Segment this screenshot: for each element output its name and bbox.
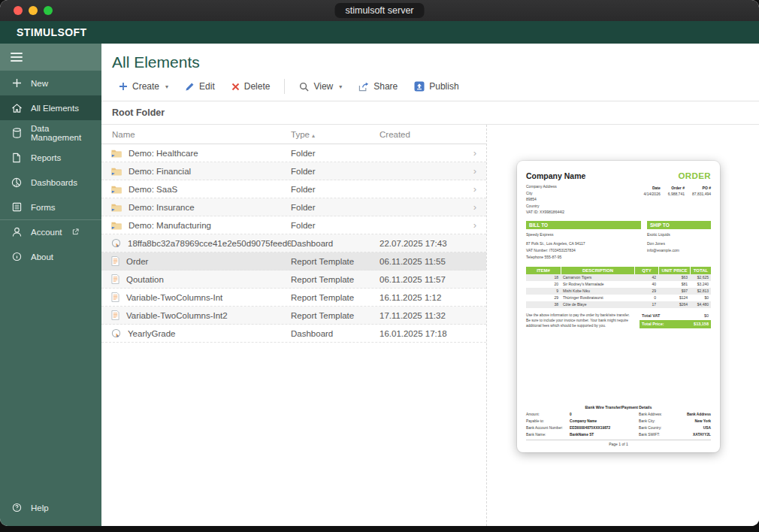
sidebar: New All Elements Data Management Reports bbox=[0, 44, 101, 526]
invoice-company-address: Company Address City 89854 Country VAT I… bbox=[526, 183, 564, 216]
table-row-selected[interactable]: Order Report Template 06.11.2025 11:55 bbox=[101, 252, 486, 271]
table-row[interactable]: 18ffa8bc32a78969cce41e2e50d9075feed6dd98… bbox=[101, 234, 486, 252]
chevron-right-icon: › bbox=[464, 183, 486, 195]
chevron-down-icon: ▾ bbox=[165, 83, 168, 90]
app-window: stimulsoft server STIMULSOFT New All Ele… bbox=[0, 0, 759, 526]
table-row[interactable]: Demo: SaaS Folder › bbox=[101, 180, 486, 198]
sidebar-toggle-strip bbox=[0, 44, 101, 71]
invoice-doc-type: ORDER bbox=[678, 171, 711, 180]
breadcrumb: Root Folder bbox=[101, 101, 759, 125]
magnifier-icon bbox=[299, 82, 309, 92]
person-icon bbox=[11, 226, 23, 238]
preview-pane: Company Name ORDER Company Address City … bbox=[487, 125, 759, 526]
invoice-item-row: 29Thüringer Rostbratwurst 0$124$0 bbox=[526, 295, 711, 301]
invoice-item-row: 20Sir Rodney's Marmalade 40$81$3,240 bbox=[526, 281, 711, 288]
table-row[interactable]: Variable-TwoColumns-Int Report Template … bbox=[101, 289, 486, 307]
bank-details-title: Bank Wire Transfer/Payment Details bbox=[526, 405, 711, 410]
invoice-totals: Total VAT$0 Total Price:$13,158 bbox=[640, 313, 711, 329]
plus-icon bbox=[119, 82, 128, 91]
report-file-icon bbox=[111, 256, 119, 266]
publish-button[interactable]: Publish bbox=[407, 79, 465, 94]
bank-details: Amount:0 Bank Address:Bank Address Payab… bbox=[526, 411, 711, 440]
toolbar-separator bbox=[284, 79, 285, 94]
traffic-lights bbox=[14, 6, 53, 15]
table-row[interactable]: Demo: Insurance Folder › bbox=[101, 198, 486, 216]
report-file-icon bbox=[111, 310, 119, 320]
form-icon bbox=[11, 201, 23, 213]
invoice-item-row: 38Côte de Blaye 17$264$4,480 bbox=[526, 301, 711, 308]
invoice-company-name: Company Name bbox=[526, 171, 585, 180]
external-link-icon bbox=[72, 228, 79, 237]
sidebar-item-forms[interactable]: Forms bbox=[0, 195, 101, 219]
sidebar-item-label: New bbox=[31, 79, 48, 88]
share-button[interactable]: Share bbox=[352, 79, 404, 94]
zoom-window-button[interactable] bbox=[44, 6, 53, 15]
ship-to-header: SHIP TO bbox=[647, 221, 711, 229]
sidebar-item-all-elements[interactable]: All Elements bbox=[0, 95, 101, 120]
elements-table: Name Type▴ Created Demo: Healthcare Fold… bbox=[101, 125, 487, 526]
sidebar-item-new[interactable]: New bbox=[0, 71, 101, 95]
sidebar-item-label: Forms bbox=[31, 203, 56, 212]
column-header-name[interactable]: Name bbox=[101, 130, 291, 139]
sidebar-item-account[interactable]: Account bbox=[0, 219, 101, 244]
close-window-button[interactable] bbox=[14, 6, 23, 15]
chevron-right-icon: › bbox=[464, 219, 486, 231]
report-file-icon bbox=[111, 292, 119, 302]
bill-to-header: BILL TO bbox=[526, 221, 641, 229]
share-icon bbox=[358, 82, 369, 92]
sidebar-item-label: Help bbox=[31, 503, 49, 512]
pencil-icon bbox=[185, 82, 195, 92]
dashboard-icon bbox=[11, 177, 23, 189]
chevron-right-icon: › bbox=[464, 165, 486, 177]
column-header-type[interactable]: Type▴ bbox=[291, 130, 380, 139]
folder-icon bbox=[111, 149, 122, 158]
info-icon bbox=[11, 251, 23, 263]
minimize-window-button[interactable] bbox=[29, 6, 38, 15]
home-icon bbox=[11, 102, 23, 114]
titlebar: stimulsoft server bbox=[0, 0, 759, 21]
sidebar-item-label: Reports bbox=[31, 153, 61, 162]
edit-button[interactable]: Edit bbox=[178, 79, 222, 94]
table-header: Name Type▴ Created bbox=[101, 125, 486, 144]
page-title: All Elements bbox=[101, 44, 759, 76]
sidebar-item-data-management[interactable]: Data Management bbox=[0, 120, 101, 145]
invoice-item-row: 18Carnarvon Tigers 42$63$2,625 bbox=[526, 274, 711, 281]
invoice-meta: Date4/14/2026 Order #6,988,741 PO #87,83… bbox=[643, 186, 711, 216]
view-button[interactable]: View▾ bbox=[292, 79, 349, 94]
invoice-items-table: ITEM# DESCRIPTION QTY UNIT PRICE TOTAL 1… bbox=[526, 267, 711, 308]
sort-asc-icon: ▴ bbox=[312, 132, 315, 139]
bill-to-details: Speedy Express 87 Polk St., Los Angeles,… bbox=[526, 231, 641, 261]
table-row[interactable]: Demo: Manufacturing Folder › bbox=[101, 216, 486, 234]
sidebar-item-help[interactable]: Help bbox=[0, 495, 101, 520]
table-row[interactable]: Demo: Healthcare Folder › bbox=[101, 144, 486, 162]
sidebar-item-dashboards[interactable]: Dashboards bbox=[0, 170, 101, 195]
window-title: stimulsoft server bbox=[335, 3, 425, 18]
sidebar-item-label: About bbox=[31, 252, 53, 261]
table-row[interactable]: Variable-TwoColumns-Int2 Report Template… bbox=[101, 307, 486, 325]
create-button[interactable]: Create▾ bbox=[112, 79, 175, 94]
folder-icon bbox=[111, 185, 122, 194]
table-row[interactable]: YearlyGrade Dashboard 16.01.2025 17:18 bbox=[101, 325, 486, 343]
column-header-created[interactable]: Created bbox=[380, 130, 464, 139]
invoice-page-number: Page 1 of 1 bbox=[526, 440, 711, 446]
question-icon bbox=[11, 502, 23, 514]
delete-button[interactable]: Delete bbox=[225, 79, 277, 94]
dashboard-file-icon bbox=[111, 328, 121, 338]
sidebar-item-label: Account bbox=[31, 228, 62, 237]
invoice-total-price-bar: Total Price:$13,158 bbox=[640, 320, 711, 328]
sidebar-item-reports[interactable]: Reports bbox=[0, 145, 101, 170]
sidebar-item-label: All Elements bbox=[31, 104, 79, 113]
stimulsoft-logo: STIMULSOFT bbox=[17, 26, 86, 38]
table-row[interactable]: Demo: Financial Folder › bbox=[101, 162, 486, 180]
invoice-items-header: ITEM# DESCRIPTION QTY UNIT PRICE TOTAL bbox=[526, 267, 711, 274]
hamburger-icon[interactable] bbox=[11, 50, 23, 64]
folder-icon bbox=[111, 167, 122, 176]
chevron-right-icon: › bbox=[464, 201, 486, 213]
sidebar-item-label: Data Management bbox=[31, 124, 101, 142]
table-row[interactable]: Qoutation Report Template 06.11.2025 11:… bbox=[101, 271, 486, 289]
report-file-icon bbox=[111, 274, 119, 284]
dashboard-file-icon bbox=[111, 238, 121, 248]
plus-icon bbox=[11, 77, 23, 89]
sidebar-item-about[interactable]: About bbox=[0, 244, 101, 269]
brand-header: STIMULSOFT bbox=[0, 21, 759, 44]
